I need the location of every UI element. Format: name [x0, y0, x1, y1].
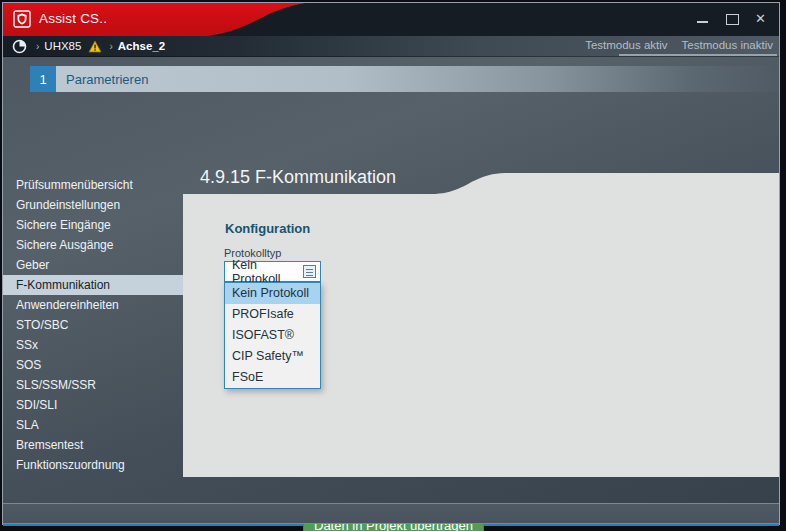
- dropdown-list-icon: [303, 265, 316, 278]
- main-area: 1 Parametrieren Prüfsummenübersicht Grun…: [3, 57, 779, 503]
- section-title: Konfiguration: [225, 221, 310, 236]
- option-fsoe[interactable]: FSoE: [225, 367, 320, 388]
- step-number-badge: 1: [30, 66, 56, 92]
- content-panel: Konfiguration Protokolltyp Kein Protokol…: [183, 173, 779, 477]
- shield-logo-icon: [13, 10, 31, 28]
- breadcrumb: › UHX85 › Achse_2 Testmodus aktiv Testmo…: [3, 36, 779, 57]
- sidebar-item-sto-sbc[interactable]: STO/SBC: [3, 315, 183, 335]
- minimize-button[interactable]: [696, 13, 709, 24]
- option-isofast[interactable]: ISOFAST®: [225, 325, 320, 346]
- option-profisafe[interactable]: PROFIsafe: [225, 304, 320, 325]
- maximize-button[interactable]: [725, 13, 738, 24]
- sidebar-item-f-kommunikation[interactable]: F-Kommunikation: [3, 275, 183, 295]
- title-bar: Assist CS.. ✕: [3, 3, 779, 36]
- testmode-switch: Testmodus aktiv Testmodus inaktiv: [585, 39, 773, 51]
- sidebar-item-grundeinstellungen[interactable]: Grundeinstellungen: [3, 195, 183, 215]
- status-bar: [3, 503, 779, 524]
- step-bar: 1 Parametrieren: [30, 66, 779, 92]
- protocol-type-dropdown[interactable]: Kein Protokoll: [224, 261, 321, 282]
- breadcrumb-device[interactable]: UHX85: [44, 40, 81, 52]
- warning-icon: [88, 40, 102, 53]
- sidebar-item-bremsentest[interactable]: Bremsentest: [3, 435, 183, 455]
- sidebar-item-sichere-eingaenge[interactable]: Sichere Eingänge: [3, 215, 183, 235]
- app-window: Assist CS.. ✕ › UHX85 › Achse_2 Testmodu…: [2, 2, 780, 525]
- testmode-underline: [619, 54, 777, 56]
- sidebar-item-pruefsummenuebersicht[interactable]: Prüfsummenübersicht: [3, 175, 183, 195]
- option-kein-protokoll[interactable]: Kein Protokoll: [225, 283, 320, 304]
- close-button[interactable]: ✕: [754, 13, 767, 24]
- sidebar-item-funktionszuordnung[interactable]: Funktionszuordnung: [3, 455, 183, 475]
- sidebar-nav: Prüfsummenübersicht Grundeinstellungen S…: [3, 175, 183, 475]
- sidebar-item-sichere-ausgaenge[interactable]: Sichere Ausgänge: [3, 235, 183, 255]
- sidebar-item-sdi-sli[interactable]: SDI/SLI: [3, 395, 183, 415]
- sidebar-item-sla[interactable]: SLA: [3, 415, 183, 435]
- sidebar-item-sos[interactable]: SOS: [3, 355, 183, 375]
- protocol-options-list: Kein Protokoll PROFIsafe ISOFAST® CIP Sa…: [224, 282, 321, 389]
- option-cip-safety[interactable]: CIP Safety™: [225, 346, 320, 367]
- sidebar-item-ssx[interactable]: SSx: [3, 335, 183, 355]
- breadcrumb-separator: ›: [36, 41, 39, 52]
- device-status-icon[interactable]: [12, 39, 27, 54]
- breadcrumb-separator: ›: [109, 41, 112, 52]
- testmode-active-link[interactable]: Testmodus aktiv: [585, 39, 667, 51]
- sidebar-item-sls-ssm-ssr[interactable]: SLS/SSM/SSR: [3, 375, 183, 395]
- step-label[interactable]: Parametrieren: [56, 66, 779, 92]
- sidebar-item-geber[interactable]: Geber: [3, 255, 183, 275]
- sidebar-item-anwendereinheiten[interactable]: Anwendereinheiten: [3, 295, 183, 315]
- app-title: Assist CS..: [39, 11, 107, 26]
- breadcrumb-axis[interactable]: Achse_2: [118, 40, 165, 52]
- testmode-inactive-link[interactable]: Testmodus inaktiv: [682, 39, 773, 51]
